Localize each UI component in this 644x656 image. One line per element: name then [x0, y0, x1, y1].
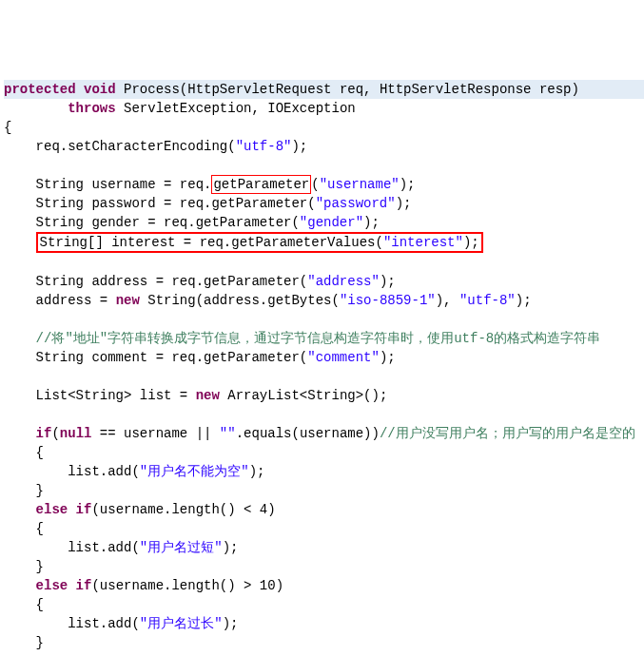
- list-decl-line: List<String> list = new ArrayList<String…: [4, 386, 644, 405]
- brace-close: }: [4, 481, 644, 500]
- getparameter-highlight-box: getParameter: [211, 175, 311, 194]
- kw-throws: throws: [68, 101, 115, 116]
- kw-void: void: [84, 82, 116, 97]
- throws-line: throws ServletException, IOException: [4, 99, 644, 118]
- interest-line: String[] interest = req.getParameterValu…: [4, 232, 644, 253]
- open-brace: {: [4, 118, 644, 137]
- comment-cn: //将"地址"字符串转换成字节信息，通过字节信息构造字符串时，使用utf-8的格…: [4, 329, 644, 348]
- brace-open: {: [4, 443, 644, 462]
- if-username-line: if(null == username || "".equals(usernam…: [4, 424, 644, 443]
- brace-open: {: [4, 519, 644, 538]
- gender-line: String gender = req.getParameter("gender…: [4, 213, 644, 232]
- throws-rest: ServletException, IOException: [116, 101, 356, 116]
- comment-param-line: String comment = req.getParameter("comme…: [4, 348, 644, 367]
- method-signature: Process(HttpServletRequest req, HttpServ…: [116, 82, 579, 97]
- username-line: String username = req.getParameter("user…: [4, 175, 644, 194]
- encoding-line: req.setCharacterEncoding("utf-8");: [4, 137, 644, 156]
- blank-line: [4, 156, 644, 175]
- address-line: String address = req.getParameter("addre…: [4, 272, 644, 291]
- blank-line: [4, 367, 644, 386]
- add-username-short: list.add("用户名过短");: [4, 538, 644, 557]
- blank-line: [4, 310, 644, 329]
- brace-close: }: [4, 633, 644, 652]
- brace-open: {: [4, 595, 644, 614]
- elseif-username-short: else if(username.length() < 4): [4, 500, 644, 519]
- password-line: String password = req.getParameter("pass…: [4, 194, 644, 213]
- method-signature-line: protected void Process(HttpServletReques…: [4, 80, 644, 99]
- address-convert-line: address = new String(address.getBytes("i…: [4, 291, 644, 310]
- add-username-empty: list.add("用户名不能为空");: [4, 462, 644, 481]
- brace-close: }: [4, 557, 644, 576]
- kw-protected: protected: [4, 82, 76, 97]
- blank-line: [4, 652, 644, 656]
- add-username-long: list.add("用户名过长");: [4, 614, 644, 633]
- blank-line: [4, 405, 644, 424]
- blank-line: [4, 253, 644, 272]
- elseif-username-long: else if(username.length() > 10): [4, 576, 644, 595]
- interest-highlight-box: String[] interest = req.getParameterValu…: [36, 232, 483, 253]
